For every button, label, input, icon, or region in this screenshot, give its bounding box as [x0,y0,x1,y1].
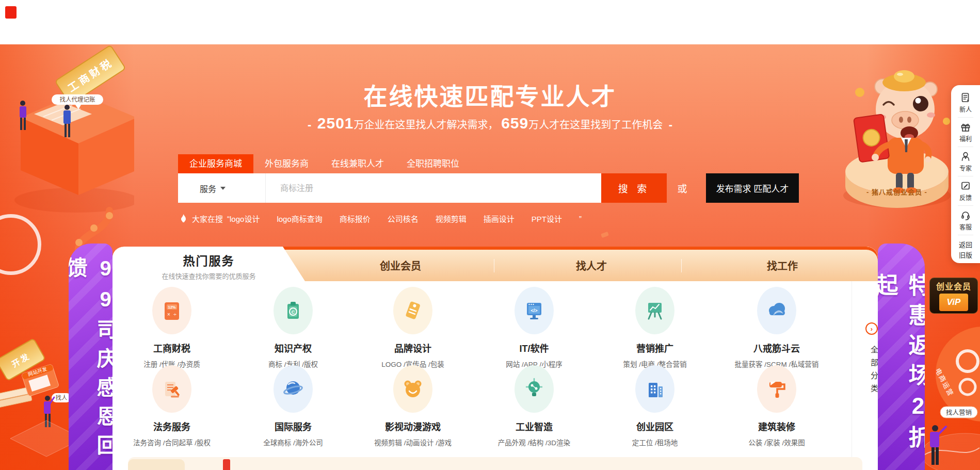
service-item-cloud[interactable]: 八戒筋斗云 批量获客 /SCRM /私域营销 [720,287,833,369]
globe-icon [282,378,304,400]
hot-term[interactable]: logo商标查询 [277,213,322,224]
search-category-dropdown[interactable]: 服务 [178,173,266,203]
tab-find-work[interactable]: 找工作 [687,250,878,281]
service-item-construction[interactable]: 建筑装修 公装 /家装 /效果图 [720,365,833,447]
left-promo-banner[interactable]: 99司庆感恩回馈 [69,244,113,470]
svg-text:- 猪八戒创业会员 -: - 猪八戒创业会员 - [866,188,927,196]
bear-icon [401,378,424,400]
search-bar: 服务 搜 索 或 发布需求 匹配人才 [178,173,799,203]
paint-roller-icon [765,378,788,400]
gavel-document-icon [160,378,183,400]
sidebar-divider [958,205,973,206]
hero-tab-bar: 企业服务商城 外包服务商 在线兼职人才 全职招聘职位 [178,154,471,173]
next-section-badge [223,459,230,470]
service-item-startup-park[interactable]: 创业园区 定工位 /租场地 [598,365,712,447]
sidebar-divider [958,176,973,176]
tab-online-parttime[interactable]: 在线兼职人才 [320,154,395,173]
all-categories-arrow[interactable]: › [865,322,878,335]
tab-find-talent[interactable]: 找人才 [496,250,687,281]
svg-text:12%: 12% [168,305,175,310]
tab-enterprise-services[interactable]: 企业服务商城 [178,154,253,173]
hot-term[interactable]: 商标报价 [340,213,371,224]
service-item-industrial[interactable]: 工业智造 产品外观 /结构 /3D渲染 [477,365,591,447]
service-item-marketing[interactable]: 营销推广 策划 /电商 /整合营销 [598,287,712,369]
tab-divider [494,259,494,272]
document-icon [960,92,971,103]
chart-board-icon [644,299,666,322]
page: 工商财税 找人代理记账 开发 网站开发 [0,0,980,470]
sidebar-item-welfare[interactable]: 福利 [959,121,972,143]
hot-term[interactable]: 视频剪辑 [436,213,467,224]
tab-outsourcing-providers[interactable]: 外包服务商 [253,154,320,173]
page-title: 在线快速匹配专业人才 [0,77,980,111]
tab-startup-membership[interactable]: 创业会员 [305,250,496,281]
top-bar [0,0,980,44]
sidebar-divider [958,235,973,235]
service-item-brand-design[interactable]: 品牌设计 LOGO /宣传品 /包装 [356,287,470,369]
sidebar-item-feedback[interactable]: 反馈 [959,180,972,202]
headset-icon [960,209,971,221]
hot-term[interactable]: logo设计 [230,213,260,224]
panel-right-divider [852,281,852,470]
services-panel: 创业会员 找人才 找工作 热门服务 在线快速查找你需要的优质服务 12% × ÷… [113,247,878,470]
stat-companies: 2501 [317,115,354,132]
svg-text:×: × [167,312,170,317]
search-button[interactable]: 搜 索 [601,173,667,203]
hot-search-prefix: 大家在搜 [192,213,223,224]
service-item-international[interactable]: 国际服务 全球商标 /海外公司 [236,365,350,447]
service-item-it-software[interactable]: </> IT/软件 网站 /APP /小程序 [477,287,591,369]
site-logo[interactable] [5,6,17,19]
sidebar-item-support[interactable]: 客服 [959,209,972,231]
tab-hot-services[interactable]: 热门服务 在线快速查找你需要的优质服务 [113,247,305,281]
back-to-old-version-link[interactable]: 返回旧版 [957,240,974,260]
vip-envelope-icon: ViP [939,294,968,311]
next-section-strip [128,457,862,470]
svg-text:</>: </> [531,308,537,313]
publish-demand-button[interactable]: 发布需求 匹配人才 [706,173,799,203]
sidebar-divider [958,117,973,118]
pig-mascot: - 猪八戒创业会员 - [839,59,963,212]
startup-vip-badge[interactable]: 创业会员 ViP [929,278,978,314]
tag-icon [401,299,424,322]
service-item-ip[interactable]: C 知识产权 商标 /专利 /版权 [236,287,350,369]
stat-talents: 659 [501,115,528,132]
or-label: 或 [667,173,698,203]
chevron-down-icon [220,187,226,190]
calculator-icon: 12% × ÷ [160,299,183,322]
sidebar-item-newcomer[interactable]: 新人 [959,92,972,114]
service-item-media-games[interactable]: 影视动漫游戏 视频剪辑 /动画设计 /游戏 [356,365,470,447]
flame-icon [180,214,187,223]
tab-fulltime-jobs[interactable]: 全职招聘职位 [395,154,471,173]
next-section-tab [128,459,185,470]
gift-icon [960,121,971,133]
hot-term[interactable]: 公司核名 [388,213,419,224]
smart-bulb-icon [523,378,545,400]
panel-tabs: 创业会员 找人才 找工作 [305,250,878,281]
monitor-code-icon: </> [523,299,545,322]
expert-icon [960,151,971,162]
svg-text:找人: 找人 [56,394,68,401]
bottom-right-illustration: 电商运营 找人营销 [919,325,980,470]
hot-term[interactable]: 插画设计 [484,213,515,224]
service-item-business-tax[interactable]: 12% × ÷ 工商财税 注册 /代账 /办资质 [115,287,229,369]
svg-text:C: C [292,310,295,315]
svg-text:÷: ÷ [173,312,176,317]
floating-sidebar: 新人 福利 专家 反馈 [951,85,980,263]
tab-divider [681,259,682,272]
sidebar-divider [958,147,973,147]
sidebar-item-expert[interactable]: 专家 [959,151,972,172]
feedback-icon [960,180,971,191]
copyright-clipboard-icon: C [282,299,304,322]
buildings-icon [644,378,666,400]
cloud-icon [765,299,788,322]
svg-text:找人营销: 找人营销 [946,409,972,416]
all-categories-link[interactable]: 全部分类 [864,346,878,397]
hero-subtitle: - 2501万企业在这里找人才解决需求， 659万人才在这里找到了工作机会 - [0,115,980,132]
right-promo-banner[interactable]: 特惠返场2折起 [878,244,925,470]
hot-search-row: 大家在搜 “ logo设计 logo商标查询 商标报价 公司核名 视频剪辑 插画… [180,213,582,224]
confetti [601,232,609,238]
service-item-legal[interactable]: 法务服务 法务咨询 /合同起草 /股权 [115,365,229,447]
search-input[interactable] [266,173,601,203]
hot-term[interactable]: PPT设计 [532,213,562,224]
